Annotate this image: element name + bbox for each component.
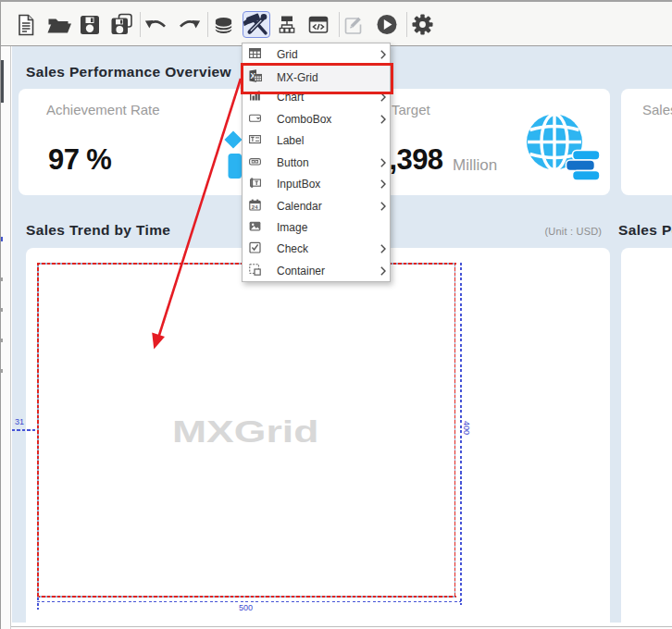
svg-text:24: 24 — [252, 204, 258, 209]
